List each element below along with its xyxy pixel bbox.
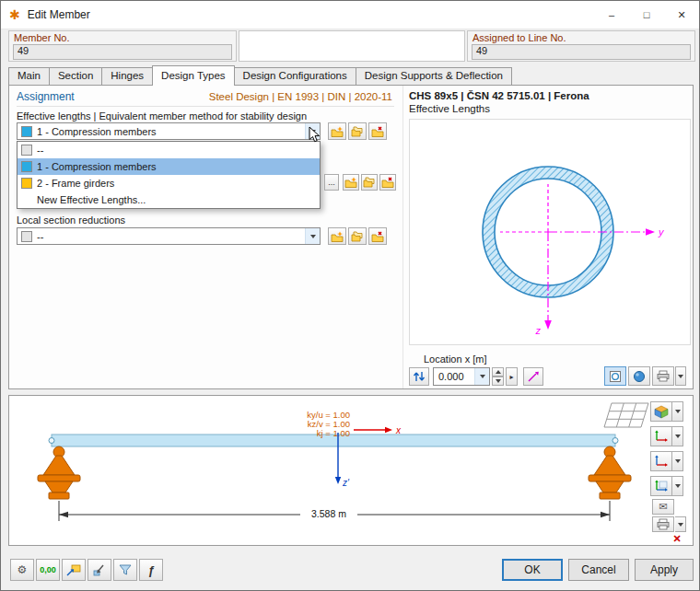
item-label: 2 - Frame girders bbox=[37, 178, 320, 189]
effective-lengths-label: Effective lengths | Equivalent member me… bbox=[17, 110, 307, 122]
new-reduction-button[interactable] bbox=[328, 227, 346, 245]
minimize-button[interactable]: – bbox=[594, 1, 629, 29]
view-axes-xy-button[interactable] bbox=[650, 426, 672, 446]
printer-icon bbox=[657, 370, 670, 382]
close-view-button[interactable]: ✕ bbox=[667, 532, 687, 545]
member-no-field[interactable]: 49 bbox=[13, 44, 232, 60]
cube-icon bbox=[654, 405, 669, 419]
new-folder-icon bbox=[344, 177, 357, 188]
send-view-button[interactable]: ✉ bbox=[652, 499, 674, 515]
new-folder-icon bbox=[331, 126, 344, 137]
print-view-caret[interactable] bbox=[675, 516, 686, 532]
envelope-icon: ✉ bbox=[659, 501, 667, 513]
section-symbol-icon bbox=[609, 370, 622, 383]
assign-button[interactable] bbox=[88, 559, 111, 581]
support-right bbox=[589, 446, 631, 499]
chevron-down-icon[interactable] bbox=[305, 123, 320, 139]
assigned-line-field[interactable]: 49 bbox=[472, 44, 691, 60]
render-view-button[interactable] bbox=[628, 366, 650, 386]
close-button[interactable]: ✕ bbox=[664, 1, 699, 29]
item-color-chip bbox=[21, 231, 32, 242]
function-button[interactable]: ƒ bbox=[139, 559, 163, 581]
assign-icon bbox=[92, 563, 107, 576]
step-up-button[interactable] bbox=[492, 367, 504, 377]
member-name-box bbox=[239, 30, 465, 62]
tab-design-configurations[interactable]: Design Configurations bbox=[234, 67, 356, 85]
copy-icon bbox=[363, 177, 376, 188]
tab-strip: Main Section Hinges Design Types Design … bbox=[8, 66, 511, 85]
apply-button[interactable]: Apply bbox=[635, 559, 694, 581]
delete-effective-length-button[interactable] bbox=[368, 122, 387, 140]
new-item-button[interactable] bbox=[343, 174, 359, 191]
view-isometric-caret[interactable] bbox=[672, 401, 683, 422]
tab-design-types[interactable]: Design Types bbox=[152, 65, 234, 86]
step-down-button[interactable] bbox=[492, 377, 504, 386]
print-view-button[interactable] bbox=[652, 516, 674, 532]
filter-icon bbox=[118, 563, 133, 576]
more-options-button[interactable]: ... bbox=[324, 174, 339, 191]
tab-hinges[interactable]: Hinges bbox=[101, 67, 153, 85]
copy-item-button[interactable] bbox=[361, 174, 378, 191]
chevron-down-icon[interactable] bbox=[305, 228, 320, 244]
function-icon: ƒ bbox=[147, 563, 154, 577]
window-title: Edit Member bbox=[28, 8, 90, 21]
axes-icon bbox=[654, 480, 669, 492]
app-logo-icon: ✱ bbox=[9, 7, 20, 22]
copy-effective-length-button[interactable] bbox=[348, 122, 367, 140]
chs-section-drawing: y z bbox=[410, 120, 690, 344]
settings-button[interactable]: ⚙ bbox=[10, 559, 34, 581]
new-folder-icon bbox=[331, 231, 344, 242]
view-axes-yz-caret[interactable] bbox=[672, 476, 683, 496]
print-options-caret[interactable] bbox=[675, 366, 686, 386]
print-section-button[interactable] bbox=[652, 366, 674, 386]
item-label: 1 - Compression members bbox=[37, 161, 320, 172]
view-axes-xz-caret[interactable] bbox=[672, 451, 683, 471]
swap-location-button[interactable] bbox=[409, 367, 429, 386]
dropdown-item-frame-girders[interactable]: 2 - Frame girders bbox=[18, 175, 320, 191]
view-axes-xz-button[interactable] bbox=[650, 451, 672, 471]
filter-button[interactable] bbox=[113, 559, 137, 581]
support-left bbox=[38, 446, 80, 499]
effective-lengths-combo[interactable]: 1 - Compression members bbox=[17, 122, 321, 140]
cancel-button[interactable]: Cancel bbox=[568, 559, 629, 581]
work-plane-grid-icon bbox=[604, 403, 648, 427]
tab-section[interactable]: Section bbox=[49, 67, 102, 85]
decimal-places-button[interactable]: 0,00 bbox=[36, 559, 60, 581]
member-3d-view[interactable]: ky/u = 1.00 kz/v = 1.00 kj = 1.00 x z' 3… bbox=[8, 395, 694, 546]
delete-reduction-button[interactable] bbox=[368, 227, 387, 245]
tab-main[interactable]: Main bbox=[8, 67, 50, 85]
maximize-button[interactable]: □ bbox=[629, 1, 664, 29]
location-x-combo[interactable]: 0.000 bbox=[433, 367, 490, 386]
item-color-chip bbox=[21, 145, 32, 156]
dropdown-item-empty[interactable]: -- bbox=[18, 142, 320, 158]
location-x-value: 0.000 bbox=[434, 371, 474, 382]
axis-z-label: z' bbox=[342, 478, 350, 488]
axis-x-label: x bbox=[395, 425, 402, 435]
numbering-button[interactable] bbox=[62, 559, 86, 581]
delete-icon bbox=[371, 231, 384, 242]
window-controls: – □ ✕ bbox=[594, 1, 699, 29]
panel-divider bbox=[402, 86, 403, 388]
location-stepper bbox=[492, 367, 504, 386]
vector-tool-button[interactable] bbox=[523, 367, 543, 386]
ok-button[interactable]: OK bbox=[502, 559, 563, 581]
effective-lengths-dropdown: -- 1 - Compression members 2 - Frame gir… bbox=[17, 141, 321, 209]
k-factor-label-3: kj = 1.00 bbox=[317, 428, 350, 438]
dropdown-item-new-effective-lengths[interactable]: New Effective Lengths... bbox=[18, 191, 320, 208]
tab-design-supports[interactable]: Design Supports & Deflection bbox=[356, 67, 512, 85]
view-isometric-button[interactable] bbox=[650, 401, 672, 422]
new-effective-length-button[interactable] bbox=[328, 122, 346, 140]
copy-reduction-button[interactable] bbox=[348, 227, 367, 245]
dropdown-item-compression-members[interactable]: 1 - Compression members bbox=[18, 158, 320, 175]
section-view-toggle[interactable] bbox=[604, 366, 626, 386]
edit-member-dialog: ✱ Edit Member – □ ✕ Member No. 49 Assign… bbox=[0, 0, 700, 591]
delete-item-button[interactable] bbox=[379, 174, 396, 191]
step-next-button[interactable]: ▸ bbox=[506, 367, 518, 386]
tag-arrow-icon bbox=[66, 563, 81, 576]
view-axes-yz-button[interactable] bbox=[650, 476, 672, 496]
chevron-down-icon[interactable] bbox=[474, 368, 489, 385]
member-drawing: ky/u = 1.00 kz/v = 1.00 kj = 1.00 x z' 3… bbox=[9, 396, 693, 545]
local-reductions-combo[interactable]: -- bbox=[17, 227, 321, 245]
view-axes-xy-caret[interactable] bbox=[672, 426, 683, 446]
delete-icon bbox=[381, 177, 394, 188]
